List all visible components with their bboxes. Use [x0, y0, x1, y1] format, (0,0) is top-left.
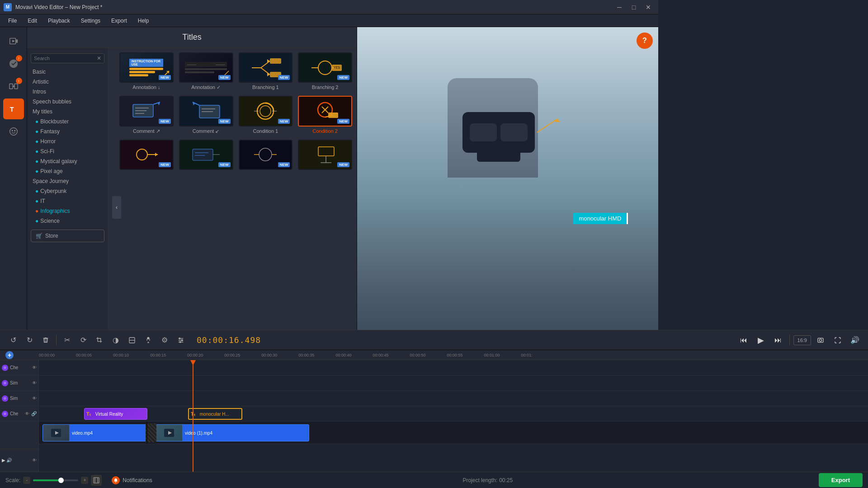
- bullet-science: ●: [35, 218, 38, 224]
- svg-line-19: [261, 68, 270, 75]
- color-button[interactable]: ◑: [108, 333, 123, 348]
- minimize-button[interactable]: ─: [613, 1, 626, 14]
- cat-science[interactable]: ●Science: [27, 216, 108, 226]
- equalizer-button[interactable]: [173, 333, 189, 348]
- store-button[interactable]: 🛒 Store: [31, 230, 104, 242]
- cat-it[interactable]: ●IT: [27, 196, 108, 206]
- title-condition-2[interactable]: NEW Condition 2: [298, 96, 352, 134]
- scroll-left-button[interactable]: ‹: [112, 196, 121, 219]
- toolbar-separator-1: [56, 335, 57, 346]
- timecode-accent: 16.498: [229, 335, 261, 345]
- cat-basic[interactable]: Basic: [27, 67, 108, 77]
- titles-panel: Titles ✕ Basic Artistic Intros Speech bu…: [27, 27, 357, 367]
- menu-edit[interactable]: Edit: [23, 16, 42, 26]
- bullet-pixel: ●: [35, 168, 38, 174]
- menu-export[interactable]: Export: [107, 16, 132, 26]
- close-button[interactable]: ✕: [642, 1, 655, 14]
- svg-point-41: [260, 106, 271, 117]
- title-branching-1[interactable]: NEW Branching 1: [239, 52, 293, 90]
- menu-settings[interactable]: Settings: [76, 16, 105, 26]
- mic-button[interactable]: [141, 333, 156, 348]
- cat-cyberpunk[interactable]: ●Cyberpunk: [27, 186, 108, 196]
- track-icon-1: ⊙: [2, 365, 8, 367]
- menu-help[interactable]: Help: [133, 16, 154, 26]
- bullet-blockbuster: ●: [35, 118, 38, 125]
- cat-mystical[interactable]: ●Mystical galaxy: [27, 156, 108, 166]
- bullet-it: ●: [35, 198, 38, 204]
- search-clear-icon[interactable]: ✕: [97, 55, 101, 61]
- rotate-button[interactable]: ⟳: [75, 333, 91, 348]
- svg-point-24: [318, 61, 332, 75]
- cat-artistic[interactable]: Artistic: [27, 77, 108, 87]
- title-thumb-r3-2: NEW: [179, 140, 233, 170]
- search-input[interactable]: [34, 56, 97, 61]
- sidebar-stickers[interactable]: [3, 121, 24, 142]
- menu-file[interactable]: File: [4, 16, 21, 26]
- timeline-ruler: + 00:00:00 00:00:05 00:00:10 00:00:15 00…: [0, 350, 658, 360]
- menubar: File Edit Playback Settings Export Help: [0, 14, 658, 27]
- svg-point-56: [259, 148, 272, 161]
- cut-button[interactable]: ✂: [59, 333, 75, 348]
- svg-point-9: [14, 130, 15, 131]
- cat-space[interactable]: Space Journey: [27, 176, 108, 186]
- settings-gear-button[interactable]: ⚙: [157, 333, 172, 348]
- cat-blockbuster[interactable]: ●Blockbuster: [27, 117, 108, 127]
- title-branching-2[interactable]: YES NEW Branching 2: [298, 52, 352, 90]
- maximize-button[interactable]: □: [627, 1, 640, 14]
- track-eye-1[interactable]: 👁: [32, 365, 37, 367]
- svg-point-7: [9, 128, 17, 136]
- add-track-button[interactable]: +: [5, 351, 14, 359]
- title-thumb-comment-1: NEW: [119, 96, 174, 126]
- title-label-branching-1: Branching 1: [252, 84, 279, 90]
- cat-scifi[interactable]: ●Sci-Fi: [27, 146, 108, 156]
- title-row3-3[interactable]: NEW: [239, 140, 293, 172]
- cat-horror[interactable]: ●Horror: [27, 136, 108, 146]
- cat-speech[interactable]: Speech bubbles: [27, 97, 108, 107]
- svg-marker-1: [12, 40, 15, 42]
- bullet-cyberpunk: ●: [35, 188, 38, 194]
- cat-intros[interactable]: Intros: [27, 87, 108, 97]
- main-area: ! ! T Titles ✕: [0, 27, 658, 367]
- cat-mytitles[interactable]: My titles: [27, 107, 108, 117]
- redo-button[interactable]: ↻: [22, 333, 37, 348]
- sidebar-transitions[interactable]: !: [3, 76, 24, 97]
- timecode-display: 00:00:16.498: [197, 335, 261, 345]
- sidebar-media[interactable]: [3, 31, 24, 52]
- titlebar-controls: ─ □ ✕: [613, 1, 655, 14]
- title-annotation-2[interactable]: —————— NEW Annota: [179, 52, 233, 90]
- title-thumb-r3-4: NEW: [298, 140, 352, 170]
- preview-container: monocular HMD: [357, 27, 658, 367]
- title-row3-2[interactable]: NEW: [179, 140, 233, 172]
- delete-button[interactable]: [38, 333, 53, 348]
- menu-playback[interactable]: Playback: [43, 16, 75, 26]
- title-row3-4[interactable]: NEW: [298, 140, 352, 172]
- svg-text:YES: YES: [334, 66, 340, 69]
- left-sidebar: ! ! T: [0, 27, 27, 367]
- crop-button[interactable]: [92, 333, 107, 348]
- bottom-section: ↺ ↻ ✂ ⟳ ◑ ⚙ 00:00:16.498 ⏮ ▶ ⏭: [0, 330, 658, 367]
- search-bar[interactable]: ✕: [31, 53, 104, 63]
- help-button[interactable]: ?: [637, 33, 653, 49]
- bullet-mystical: ●: [35, 158, 38, 164]
- title-comment-1[interactable]: NEW Comment ↗: [119, 96, 174, 134]
- title-condition-1[interactable]: NEW Condition 1: [239, 96, 293, 134]
- titlebar-left: M Movavi Video Editor – New Project *: [4, 3, 103, 11]
- title-thumb-branching-1: NEW: [239, 52, 293, 83]
- store-label: Store: [45, 233, 58, 239]
- title-comment-2[interactable]: NEW Comment ↙: [179, 96, 233, 134]
- cat-fantasy[interactable]: ●Fantasy: [27, 127, 108, 136]
- cat-infographics[interactable]: ●Infographics: [27, 206, 108, 216]
- svg-rect-4: [9, 84, 12, 89]
- title-row3-1[interactable]: NEW: [119, 140, 174, 172]
- title-annotation-1[interactable]: INSTRUCTION FOR USE NEW: [119, 52, 174, 90]
- new-badge-condition-2: NEW: [337, 119, 349, 124]
- sidebar-titles[interactable]: T: [3, 99, 24, 119]
- sidebar-filters[interactable]: !: [3, 53, 24, 74]
- svg-line-18: [261, 61, 270, 68]
- new-badge-branching-2: NEW: [337, 75, 349, 80]
- trim-button[interactable]: [124, 333, 140, 348]
- cat-pixel[interactable]: ●Pixel age: [27, 166, 108, 176]
- undo-button[interactable]: ↺: [5, 333, 21, 348]
- title-thumb-annotation-2: —————— NEW: [179, 52, 233, 83]
- new-badge-annotation-2: NEW: [218, 75, 231, 80]
